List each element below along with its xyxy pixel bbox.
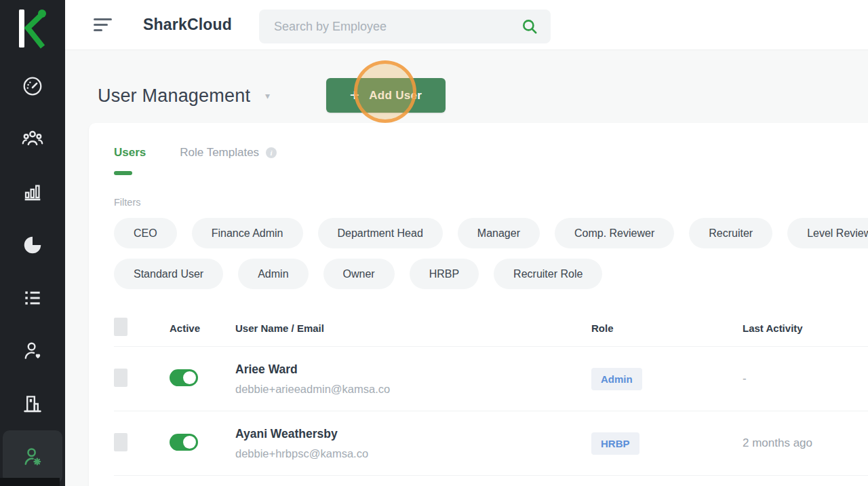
sidebar-item-reports[interactable] xyxy=(3,166,62,219)
role-badge: HRBP xyxy=(591,432,639,455)
filter-pill-label: Level Reviewer xyxy=(807,227,868,240)
sidebar-item-lists[interactable] xyxy=(3,272,62,324)
filter-pill[interactable]: Comp. Reviewer xyxy=(555,218,674,248)
plus-icon: + xyxy=(350,87,359,103)
pie-chart-icon xyxy=(22,234,43,256)
dashboard-gauge-icon xyxy=(22,75,43,97)
user-heart-icon xyxy=(21,339,44,362)
filter-row-1: CEO Finance Admin Department Head Manage… xyxy=(114,218,868,248)
tabs: Users Role Templates i xyxy=(114,146,868,175)
user-management-card: Users Role Templates i Filters CEO Finan… xyxy=(89,123,868,486)
filter-pill[interactable]: CEO xyxy=(114,218,177,248)
users-table: Active User Name / Email Role Last Activ… xyxy=(114,310,868,486)
col-active: Active xyxy=(170,322,235,334)
sidebar-item-dashboard[interactable] xyxy=(3,60,62,113)
filter-pill[interactable]: Department Head xyxy=(318,218,443,248)
sidebar-item-company[interactable] xyxy=(3,377,62,430)
sidebar xyxy=(0,0,65,486)
filter-pill-label: Recruiter Role xyxy=(513,268,583,280)
tab-users[interactable]: Users xyxy=(114,146,146,175)
select-all-checkbox[interactable] xyxy=(114,318,127,336)
filter-pill-label: Finance Admin xyxy=(212,227,283,240)
user-name: Ariee Ward xyxy=(235,362,591,377)
menu-icon[interactable] xyxy=(94,18,112,31)
sidebar-item-team[interactable] xyxy=(3,113,62,166)
topbar: SharkCloud xyxy=(65,0,868,50)
filters-label: Filters xyxy=(114,197,868,208)
filter-pill-label: Department Head xyxy=(338,227,423,240)
filter-pill[interactable]: HRBP xyxy=(410,259,479,289)
building-icon xyxy=(21,392,44,415)
filter-pill[interactable]: Admin xyxy=(238,259,308,289)
filter-pill-label: Comp. Reviewer xyxy=(574,227,654,240)
col-last-activity: Last Activity xyxy=(743,322,868,334)
search-icon[interactable] xyxy=(521,18,538,35)
table-row: Ayani Weathersby debbie+hrbpsc@kamsa.co … xyxy=(114,411,868,475)
filter-pill-label: Standard User xyxy=(134,268,203,280)
last-activity: - xyxy=(743,372,868,386)
user-email: debbie+arieeadmin@kamsa.co xyxy=(235,383,591,396)
active-tab-underline xyxy=(114,171,132,175)
col-role: Role xyxy=(591,322,743,334)
user-email: debbie+hrbpsc@kamsa.co xyxy=(235,447,591,460)
tab-role-templates[interactable]: Role Templates i xyxy=(180,146,277,160)
role-badge: Admin xyxy=(591,368,642,390)
filter-pill[interactable]: Standard User xyxy=(114,259,223,289)
filter-pill-label: Admin xyxy=(258,268,288,280)
last-activity: 2 months ago xyxy=(743,436,868,450)
chevron-down-icon[interactable]: ▾ xyxy=(265,90,270,101)
toggle-knob xyxy=(183,371,196,384)
filter-pill[interactable]: Recruiter Role xyxy=(494,259,602,289)
sidebar-item-user-management[interactable] xyxy=(3,430,62,483)
list-icon xyxy=(22,287,43,309)
info-icon[interactable]: i xyxy=(266,147,277,158)
app-title: SharkCloud xyxy=(143,16,232,34)
filter-pill[interactable]: Owner xyxy=(323,259,395,289)
active-toggle[interactable] xyxy=(170,369,198,386)
table-header-row: Active User Name / Email Role Last Activ… xyxy=(114,310,868,346)
filter-pill[interactable]: Level Reviewer xyxy=(787,218,868,248)
toggle-knob xyxy=(183,436,196,449)
app-logo[interactable] xyxy=(17,4,48,53)
filter-pill-label: CEO xyxy=(134,227,157,240)
bar-chart-icon xyxy=(22,181,43,203)
active-toggle[interactable] xyxy=(170,434,198,451)
col-name-email: User Name / Email xyxy=(235,322,591,334)
sidebar-item-employee-care[interactable] xyxy=(3,324,62,377)
table-row: Chad Warwick xyxy=(114,475,868,486)
filter-pill[interactable]: Manager xyxy=(458,218,540,248)
filter-pill[interactable]: Finance Admin xyxy=(192,218,303,248)
table-body: Ariee Ward debbie+arieeadmin@kamsa.co Ad… xyxy=(114,346,868,486)
kamsa-logo-icon xyxy=(17,7,48,50)
page-head: User Management ▾ xyxy=(98,78,270,113)
user-settings-icon xyxy=(21,445,44,468)
filter-row-2: Standard User Admin Owner HRBP Recruiter… xyxy=(114,259,868,289)
filter-pill-label: HRBP xyxy=(429,268,459,280)
filter-pill-label: Owner xyxy=(343,268,375,280)
filter-pill[interactable]: Recruiter xyxy=(689,218,772,248)
add-user-button[interactable]: + Add User xyxy=(326,78,446,113)
row-checkbox[interactable] xyxy=(114,433,127,451)
user-name: Ayani Weathersby xyxy=(235,427,591,441)
sidebar-item-analytics[interactable] xyxy=(3,219,62,272)
row-checkbox[interactable] xyxy=(114,369,127,387)
add-user-label: Add User xyxy=(369,89,422,102)
search-input[interactable] xyxy=(274,20,521,34)
page-title: User Management xyxy=(98,86,250,107)
sidebar-bottom-divider xyxy=(0,478,60,486)
employee-search xyxy=(259,10,551,43)
table-row: Ariee Ward debbie+arieeadmin@kamsa.co Ad… xyxy=(114,346,868,411)
filter-pill-label: Recruiter xyxy=(709,227,753,240)
filter-pill-label: Manager xyxy=(477,227,520,240)
team-icon xyxy=(21,128,44,151)
